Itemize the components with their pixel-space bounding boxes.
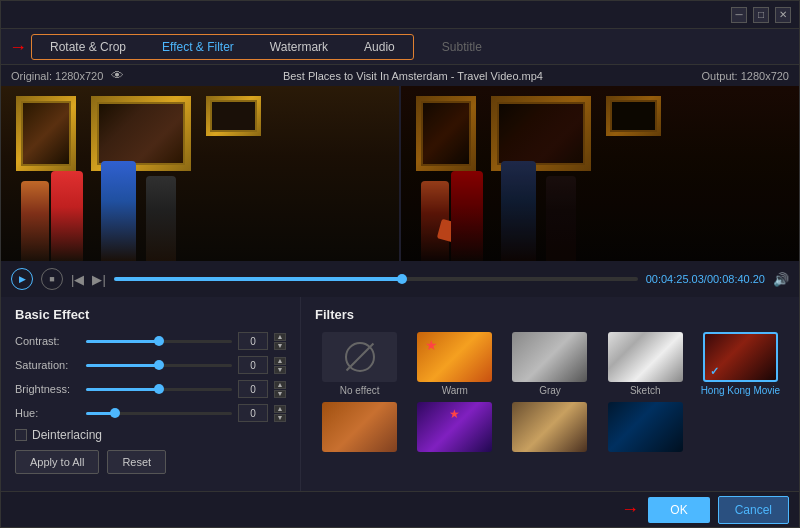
contrast-value: 0 (238, 332, 268, 350)
deinterlace-checkbox[interactable] (15, 429, 27, 441)
painting-1 (16, 96, 76, 171)
contrast-slider[interactable] (86, 340, 232, 343)
cancel-button[interactable]: Cancel (718, 496, 789, 524)
filter-f7[interactable] (505, 402, 594, 455)
tab-effect-filter[interactable]: Effect & Filter (144, 35, 252, 59)
filter-f5[interactable] (315, 402, 404, 455)
playback-bar: ▶ ■ |◀ ▶| 00:04:25.03/00:08:40.20 🔊 (1, 261, 799, 297)
prev-button[interactable]: |◀ (71, 272, 84, 287)
tabs-bar: → Rotate & Crop Effect & Filter Watermar… (1, 29, 799, 65)
hue-value: 0 (238, 404, 268, 422)
stop-button[interactable]: ■ (41, 268, 63, 290)
filter-overlay (401, 86, 799, 261)
hue-down[interactable]: ▼ (274, 414, 286, 422)
video-panel-output (401, 86, 799, 261)
contrast-spinner: ▲ ▼ (274, 333, 286, 350)
brightness-spinner: ▲ ▼ (274, 381, 286, 398)
filter-thumb-sketch (608, 332, 683, 382)
filter-thumb-warm (417, 332, 492, 382)
brightness-label: Brightness: (15, 383, 80, 395)
no-effect-icon (345, 342, 375, 372)
basic-effect-title: Basic Effect (15, 307, 286, 322)
contrast-up[interactable]: ▲ (274, 333, 286, 341)
hue-row: Hue: 0 ▲ ▼ (15, 404, 286, 422)
contrast-row: Contrast: 0 ▲ ▼ (15, 332, 286, 350)
bottom-area: Basic Effect Contrast: 0 ▲ ▼ Saturation: (1, 297, 799, 491)
painting-3 (206, 96, 261, 136)
effect-panel: Basic Effect Contrast: 0 ▲ ▼ Saturation: (1, 297, 301, 491)
close-button[interactable]: ✕ (775, 7, 791, 23)
original-label: Original: 1280x720 (11, 70, 103, 82)
filter-warm[interactable]: Warm (410, 332, 499, 396)
hue-spinner: ▲ ▼ (274, 405, 286, 422)
video-filename: Best Places to Visit In Amsterdam - Trav… (124, 70, 701, 82)
filter-gray[interactable]: Gray (505, 332, 594, 396)
title-bar-controls: ─ □ ✕ (731, 7, 791, 23)
volume-icon[interactable]: 🔊 (773, 272, 789, 287)
filter-thumb-hk-movie (703, 332, 778, 382)
next-button[interactable]: ▶| (92, 272, 105, 287)
tab-audio[interactable]: Audio (346, 35, 413, 59)
maximize-button[interactable]: □ (753, 7, 769, 23)
filter-label-hk-movie: Hong Kong Movie (701, 385, 781, 396)
brightness-down[interactable]: ▼ (274, 390, 286, 398)
filter-f6[interactable] (410, 402, 499, 455)
reset-button[interactable]: Reset (107, 450, 166, 474)
filter-hk-movie[interactable]: Hong Kong Movie (696, 332, 785, 396)
video-info-bar: Original: 1280x720 👁 Best Places to Visi… (1, 65, 799, 86)
video-area: Original: 1280x720 👁 Best Places to Visi… (1, 65, 799, 297)
tab-subtitle[interactable]: Subtitle (424, 35, 500, 59)
eye-icon[interactable]: 👁 (111, 68, 124, 83)
apply-to-all-button[interactable]: Apply to All (15, 450, 99, 474)
filters-title: Filters (315, 307, 785, 322)
output-label: Output: 1280x720 (702, 70, 789, 82)
video-panel-original (1, 86, 401, 261)
saturation-down[interactable]: ▼ (274, 366, 286, 374)
filter-thumb-f8 (608, 402, 683, 452)
saturation-up[interactable]: ▲ (274, 357, 286, 365)
progress-bar[interactable] (114, 277, 638, 281)
tab-rotate-crop[interactable]: Rotate & Crop (32, 35, 144, 59)
no-effect-line (345, 343, 373, 371)
filters-panel: Filters No effect Warm (301, 297, 799, 491)
saturation-row: Saturation: 0 ▲ ▼ (15, 356, 286, 374)
filter-label-sketch: Sketch (630, 385, 661, 396)
footer-bar: → OK Cancel (1, 491, 799, 527)
progress-fill (114, 277, 402, 281)
filter-thumb-f6 (417, 402, 492, 452)
filter-label-warm: Warm (442, 385, 468, 396)
deinterlace-label: Deinterlacing (32, 428, 102, 442)
filter-label-gray: Gray (539, 385, 561, 396)
painting-2 (91, 96, 191, 171)
scene-bg-output (401, 86, 799, 261)
play-button[interactable]: ▶ (11, 268, 33, 290)
title-bar: ─ □ ✕ (1, 1, 799, 29)
red-arrow-tabs: → (9, 36, 27, 57)
saturation-value: 0 (238, 356, 268, 374)
hue-up[interactable]: ▲ (274, 405, 286, 413)
brightness-slider[interactable] (86, 388, 232, 391)
progress-thumb (397, 274, 407, 284)
filter-thumb-no-effect (322, 332, 397, 382)
filters-grid: No effect Warm Gray Sketch (315, 332, 785, 455)
brightness-up[interactable]: ▲ (274, 381, 286, 389)
ok-button[interactable]: OK (648, 497, 709, 523)
saturation-slider[interactable] (86, 364, 232, 367)
filter-thumb-gray (512, 332, 587, 382)
contrast-down[interactable]: ▼ (274, 342, 286, 350)
saturation-spinner: ▲ ▼ (274, 357, 286, 374)
time-display: 00:04:25.03/00:08:40.20 (646, 273, 765, 285)
video-info-left: Original: 1280x720 👁 (11, 68, 124, 83)
action-buttons: Apply to All Reset (15, 450, 286, 474)
filter-no-effect[interactable]: No effect (315, 332, 404, 396)
scene-bg-original (1, 86, 399, 261)
red-arrow-footer: → (621, 499, 639, 520)
filter-sketch[interactable]: Sketch (601, 332, 690, 396)
app-window: ─ □ ✕ → Rotate & Crop Effect & Filter Wa… (0, 0, 800, 528)
hue-slider[interactable] (86, 412, 232, 415)
minimize-button[interactable]: ─ (731, 7, 747, 23)
filter-thumb-f7 (512, 402, 587, 452)
tab-watermark[interactable]: Watermark (252, 35, 346, 59)
filter-f8[interactable] (601, 402, 690, 455)
brightness-row: Brightness: 0 ▲ ▼ (15, 380, 286, 398)
